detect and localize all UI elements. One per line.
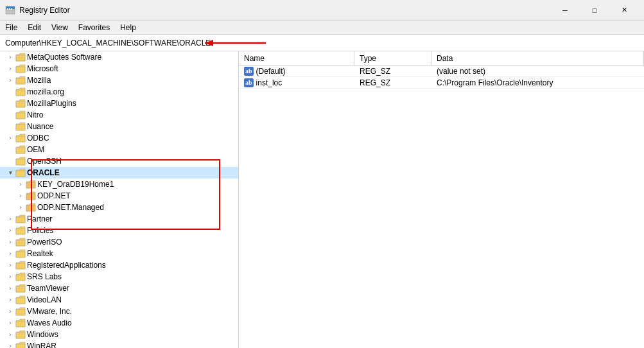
- minimize-button[interactable]: ─: [550, 0, 580, 21]
- tree-item-microsoft[interactable]: › Microsoft: [0, 63, 238, 74]
- folder-icon: [15, 76, 26, 85]
- tree-item-odbc[interactable]: › ODBC: [0, 132, 238, 144]
- tree-item-nitro[interactable]: Nitro: [0, 109, 238, 121]
- menu-view[interactable]: View: [46, 21, 73, 35]
- tree-item-oem[interactable]: OEM: [0, 144, 238, 155]
- tree-item-openssh[interactable]: OpenSSH: [0, 155, 238, 167]
- folder-icon: [15, 214, 26, 223]
- tree-item-oracle[interactable]: ▾ ORACLE: [0, 167, 238, 178]
- folder-icon: [15, 168, 26, 177]
- tree-item-mozillaorg[interactable]: mozilla.org: [0, 86, 238, 98]
- tree-label: ODBC: [27, 134, 49, 143]
- tree-label: RegisteredApplications: [27, 261, 106, 270]
- expander-icon[interactable]: ›: [5, 237, 15, 247]
- tree-label: PowerISO: [27, 238, 62, 247]
- right-panel-header: Name Type Data: [239, 51, 644, 65]
- tree-item-srslabs[interactable]: › SRS Labs: [0, 271, 238, 283]
- tree-label: Partner: [27, 214, 52, 223]
- tree-panel[interactable]: › MetaQuotes Software› Microsoft› Mozill…: [0, 51, 239, 348]
- folder-icon: [15, 122, 26, 131]
- expander-icon[interactable]: ›: [5, 75, 15, 85]
- folder-icon: [15, 110, 26, 119]
- maximize-button[interactable]: □: [580, 0, 609, 21]
- tree-item-winrar[interactable]: › WinRAR: [0, 340, 238, 348]
- right-row-1[interactable]: ab inst_loc REG_SZ C:\Program Files\Orac…: [239, 77, 644, 89]
- expander-icon[interactable]: ›: [5, 248, 15, 259]
- folder-icon: [26, 203, 36, 212]
- col-header-data: Data: [431, 51, 644, 65]
- expander-icon[interactable]: ›: [5, 295, 15, 305]
- folder-icon: [15, 99, 26, 108]
- expander-icon[interactable]: ▾: [5, 168, 15, 178]
- tree-item-registeredapps[interactable]: › RegisteredApplications: [0, 259, 238, 271]
- tree-label: VideoLAN: [27, 295, 62, 304]
- col-header-name: Name: [239, 51, 354, 65]
- tree-item-windows[interactable]: › Windows: [0, 329, 238, 340]
- expander-icon[interactable]: ›: [5, 225, 15, 236]
- menu-favorites[interactable]: Favorites: [73, 21, 115, 35]
- tree-item-odp-net[interactable]: › ODP.NET: [0, 190, 238, 202]
- folder-icon: [15, 134, 26, 143]
- expander-icon[interactable]: ›: [5, 272, 15, 282]
- tree-label: OEM: [27, 145, 44, 154]
- tree-item-key-oradb[interactable]: › KEY_OraDB19Home1: [0, 178, 238, 190]
- expander-icon[interactable]: ›: [5, 318, 15, 328]
- window-controls: ─ □ ✕: [550, 0, 639, 21]
- expander-icon[interactable]: ›: [5, 260, 15, 270]
- tree-label: MozillaPlugins: [27, 99, 76, 108]
- tree-item-poweriso[interactable]: › PowerISO: [0, 236, 238, 248]
- svg-rect-2: [7, 8, 8, 10]
- tree-item-mozilla[interactable]: › Mozilla: [0, 74, 238, 86]
- tree-label: mozilla.org: [27, 87, 64, 96]
- expander-icon[interactable]: ›: [15, 191, 26, 201]
- expander-icon[interactable]: ›: [5, 306, 15, 317]
- svg-rect-4: [11, 8, 12, 10]
- title-bar: Registry Editor ─ □ ✕: [0, 0, 644, 21]
- right-panel: Name Type Data ab (Default) REG_SZ (valu…: [239, 51, 644, 348]
- tree-label: Nuance: [27, 122, 53, 131]
- tree-item-videolan[interactable]: › VideoLAN: [0, 294, 238, 306]
- cell-name-0: ab (Default): [239, 65, 354, 77]
- tree-label: KEY_OraDB19Home1: [37, 180, 114, 189]
- tree-label: MetaQuotes Software: [27, 53, 101, 62]
- expander-icon[interactable]: ›: [5, 133, 15, 143]
- tree-label: VMware, Inc.: [27, 307, 72, 316]
- main-content: › MetaQuotes Software› Microsoft› Mozill…: [0, 51, 644, 348]
- menu-edit[interactable]: Edit: [22, 21, 46, 35]
- menu-help[interactable]: Help: [115, 21, 141, 35]
- folder-icon: [15, 64, 26, 73]
- address-path[interactable]: Computer\HKEY_LOCAL_MACHINE\SOFTWARE\ORA…: [3, 37, 641, 49]
- tree-item-realtek[interactable]: › Realtek: [0, 248, 238, 259]
- tree-item-metaquotes[interactable]: › MetaQuotes Software: [0, 51, 238, 63]
- value-name: inst_loc: [256, 78, 283, 87]
- expander-icon[interactable]: ›: [5, 341, 15, 348]
- folder-icon: [15, 238, 26, 247]
- tree-label: SRS Labs: [27, 272, 62, 281]
- expander-icon[interactable]: ›: [5, 329, 15, 340]
- tree-item-partner[interactable]: › Partner: [0, 213, 238, 225]
- menu-file[interactable]: File: [0, 21, 22, 35]
- tree-item-nuance[interactable]: Nuance: [0, 121, 238, 132]
- tree-item-vmware[interactable]: › VMware, Inc.: [0, 306, 238, 317]
- expander-icon[interactable]: ›: [15, 202, 26, 213]
- folder-icon: [15, 145, 26, 154]
- expander-icon[interactable]: ›: [15, 179, 26, 189]
- tree-item-teamviewer[interactable]: › TeamViewer: [0, 283, 238, 294]
- folder-icon: [26, 180, 36, 189]
- expander-icon[interactable]: ›: [5, 283, 15, 293]
- tree-item-policies[interactable]: › Policies: [0, 225, 238, 236]
- tree-item-waves[interactable]: › Waves Audio: [0, 317, 238, 329]
- folder-icon: [15, 157, 26, 166]
- folder-icon: [15, 284, 26, 293]
- expander-icon[interactable]: ›: [5, 64, 15, 74]
- folder-icon: [15, 295, 26, 304]
- expander-icon[interactable]: ›: [5, 52, 15, 62]
- folder-icon: [15, 307, 26, 316]
- close-button[interactable]: ✕: [609, 0, 639, 21]
- folder-icon: [15, 249, 26, 258]
- expander-icon[interactable]: ›: [5, 214, 15, 224]
- tree-item-mozillaplugins[interactable]: MozillaPlugins: [0, 98, 238, 109]
- right-row-0[interactable]: ab (Default) REG_SZ (value not set): [239, 65, 644, 77]
- address-bar: Computer\HKEY_LOCAL_MACHINE\SOFTWARE\ORA…: [0, 35, 644, 51]
- tree-item-odp-net-managed[interactable]: › ODP.NET.Managed: [0, 202, 238, 213]
